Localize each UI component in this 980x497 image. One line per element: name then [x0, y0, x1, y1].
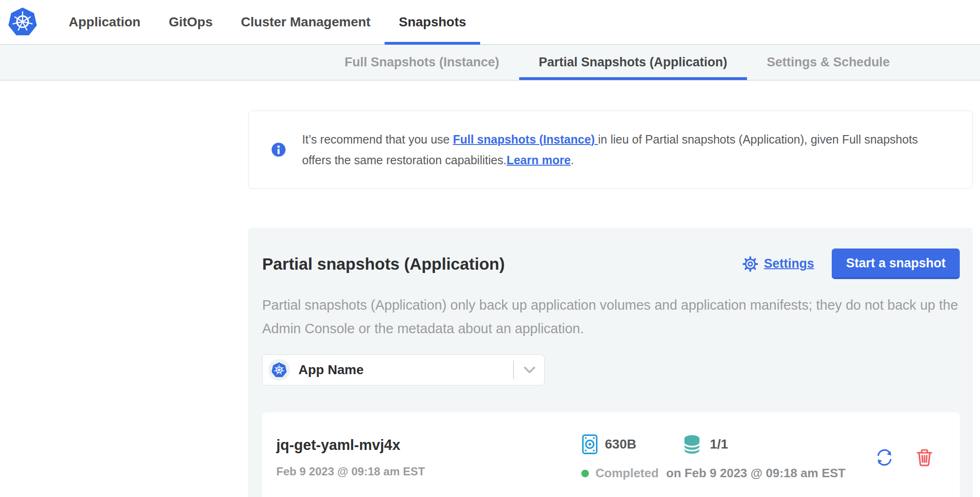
top-navbar: Application GitOps Cluster Management Sn…	[0, 0, 980, 45]
snapshot-size: 630B	[605, 437, 636, 452]
nav-item-snapshots[interactable]: Snapshots	[385, 0, 480, 44]
nav-item-label: Cluster Management	[241, 15, 370, 30]
main-content: It’s recommend that you use Full snapsho…	[248, 111, 973, 497]
snapshot-settings-link[interactable]: Settings	[742, 256, 814, 272]
snapshot-actions	[875, 448, 943, 467]
partial-snapshots-panel: Partial snapshots (Application)	[248, 228, 973, 497]
nav-item-gitops[interactable]: GitOps	[154, 0, 226, 44]
app-name-dropdown[interactable]: App Name	[262, 354, 545, 385]
panel-description: Partial snapshots (Application) only bac…	[262, 293, 960, 340]
snapshot-size-stat: 630B	[581, 434, 636, 454]
start-snapshot-button[interactable]: Start a snapshot	[832, 248, 960, 279]
status-detail: on Feb 9 2023 @ 09:18 am EST	[666, 466, 845, 481]
status-label: Completed	[595, 466, 659, 481]
restore-snapshot-button[interactable]	[875, 448, 894, 467]
nav-item-cluster-management[interactable]: Cluster Management	[227, 0, 385, 44]
snapshot-volumes-stat: 1/1	[681, 434, 728, 455]
tab-partial-snapshots[interactable]: Partial Snapshots (Application)	[519, 45, 747, 80]
full-snapshots-link[interactable]: Full snapshots (Instance)	[453, 133, 598, 146]
tab-full-snapshots[interactable]: Full Snapshots (Instance)	[325, 45, 519, 80]
trash-icon	[916, 448, 933, 467]
status-dot-icon	[581, 470, 589, 477]
snapshot-info: jq-get-yaml-mvj4x Feb 9 2023 @ 09:18 am …	[276, 437, 581, 478]
snapshot-timestamp: Feb 9 2023 @ 09:18 am EST	[276, 465, 581, 478]
info-banner: It’s recommend that you use Full snapsho…	[248, 111, 973, 189]
top-nav-items: Application GitOps Cluster Management Sn…	[55, 0, 480, 44]
banner-text-segment: It’s recommend that you use	[302, 133, 453, 146]
chevron-down-icon[interactable]	[523, 366, 536, 374]
snapshots-subnav: Full Snapshots (Instance) Partial Snapsh…	[0, 45, 980, 80]
banner-text: It’s recommend that you use Full snapsho…	[302, 129, 950, 170]
app-name-value: App Name	[298, 362, 363, 377]
nav-item-application[interactable]: Application	[55, 0, 154, 44]
tab-label: Full Snapshots (Instance)	[345, 55, 499, 70]
tab-settings-schedule[interactable]: Settings & Schedule	[747, 45, 909, 80]
kubernetes-logo-icon	[8, 7, 38, 38]
kubernetes-app-icon	[271, 362, 287, 378]
nav-item-label: Application	[69, 15, 140, 30]
selector-divider	[513, 361, 514, 379]
tab-label: Partial Snapshots (Application)	[539, 55, 728, 70]
learn-more-link[interactable]: Learn more	[506, 153, 570, 167]
tab-label: Settings & Schedule	[767, 55, 890, 70]
info-icon	[271, 142, 286, 157]
delete-snapshot-button[interactable]	[916, 448, 933, 467]
disk-icon	[581, 434, 598, 454]
nav-item-label: Snapshots	[399, 15, 466, 30]
snapshot-stats: 630B 1/1 Completed o	[581, 434, 875, 481]
panel-header: Partial snapshots (Application)	[262, 248, 960, 279]
snapshot-name: jq-get-yaml-mvj4x	[276, 437, 581, 454]
nav-item-label: GitOps	[169, 15, 212, 30]
restore-icon	[875, 448, 894, 467]
snapshot-row: jq-get-yaml-mvj4x Feb 9 2023 @ 09:18 am …	[262, 412, 960, 497]
snapshot-volume-count: 1/1	[710, 437, 728, 452]
database-icon	[681, 434, 703, 455]
app-icon-badge	[268, 359, 290, 381]
gear-icon	[742, 256, 758, 272]
snapshot-status: Completed on Feb 9 2023 @ 09:18 am EST	[581, 466, 875, 481]
banner-text-segment: .	[570, 153, 574, 167]
page-title: Partial snapshots (Application)	[262, 255, 742, 273]
settings-link-label: Settings	[764, 257, 814, 271]
